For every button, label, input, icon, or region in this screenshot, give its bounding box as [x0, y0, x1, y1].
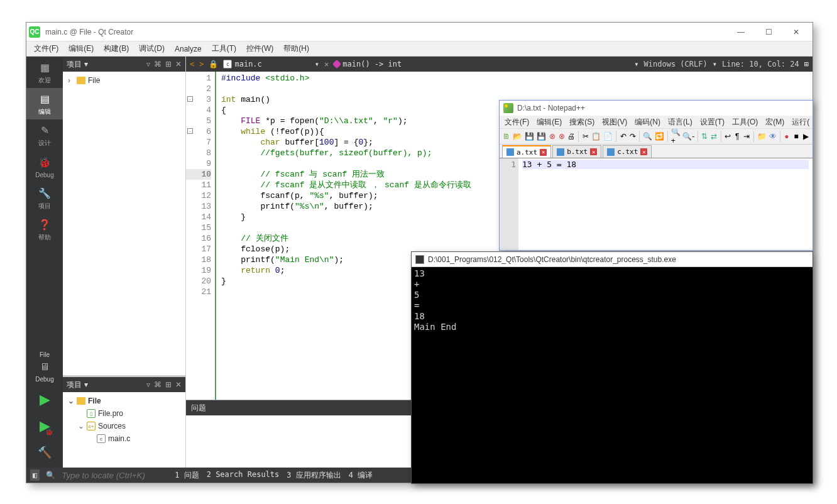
redo-icon[interactable]: ↷	[628, 130, 637, 143]
tab-close-icon[interactable]: ×	[590, 148, 597, 155]
status-tab[interactable]: 4 编译	[349, 470, 373, 481]
indent-icon[interactable]: ⇥	[743, 130, 751, 143]
sync-v-icon[interactable]: ⇅	[700, 130, 708, 143]
chevron-icon[interactable]: ⌄	[68, 397, 74, 405]
copy-icon[interactable]: 📋	[591, 130, 601, 143]
save-all-icon[interactable]: 💾	[536, 130, 547, 143]
record-macro-icon[interactable]: ●	[782, 130, 790, 143]
tab-close-icon[interactable]: ×	[640, 148, 647, 155]
chevron-icon[interactable]: ›	[68, 76, 74, 85]
activity-项目[interactable]: 🔧项目	[26, 182, 63, 214]
menu-item[interactable]: Analyze	[170, 43, 207, 55]
link-icon[interactable]: ⌘	[154, 380, 161, 389]
npp-menu-item[interactable]: 工具(O)	[728, 116, 762, 128]
maximize-button[interactable]: ☐	[755, 23, 782, 41]
npp-menu-item[interactable]: 编辑(E)	[533, 116, 566, 128]
fold-toggle[interactable]: -	[187, 96, 193, 102]
tab-close-icon[interactable]: ×	[540, 149, 547, 156]
function-selector[interactable]: main() -> int	[334, 60, 402, 68]
activity-编辑[interactable]: ▤编辑	[26, 88, 63, 119]
tree-item-File[interactable]: ›File	[65, 74, 183, 87]
tree-item-File.pro[interactable]: ▯File.pro	[65, 407, 183, 420]
lock-icon[interactable]: 🔒	[209, 60, 218, 68]
console-titlebar[interactable]: D:\001_Programs\012_Qt\Tools\QtCreator\b…	[412, 252, 812, 267]
dropdown-icon[interactable]: ▾	[84, 380, 88, 389]
menu-item[interactable]: 调试(D)	[134, 41, 170, 56]
npp-menu-item[interactable]: 编码(N)	[631, 116, 664, 128]
open-file-icon[interactable]: 📂	[512, 130, 523, 143]
status-tab[interactable]: 3 应用程序输出	[287, 470, 341, 481]
npp-menu-item[interactable]: 设置(T)	[696, 116, 728, 128]
tree-item-File[interactable]: ⌄File	[65, 395, 183, 407]
play-macro-icon[interactable]: ▶	[802, 130, 810, 143]
menu-item[interactable]: 编辑(E)	[63, 41, 99, 56]
sidebar-top-title[interactable]: 项目	[67, 59, 82, 70]
close-button[interactable]: ✕	[782, 23, 810, 41]
zoom-out-icon[interactable]: 🔍-	[682, 130, 695, 143]
toggle-sidebar-button[interactable]: ◧	[30, 469, 40, 481]
filter-icon[interactable]: ▿	[146, 60, 150, 68]
showall-icon[interactable]: ¶	[733, 130, 741, 143]
close-pane-icon[interactable]: ✕	[175, 60, 182, 68]
chevron-icon[interactable]: ⌄	[78, 422, 84, 430]
build-button[interactable]: 🔨	[26, 441, 63, 464]
menu-item[interactable]: 文件(F)	[29, 41, 63, 56]
npp-editor[interactable]: 1 13 + 5 = 18	[500, 158, 812, 250]
run-button[interactable]: ▶	[26, 388, 63, 411]
npp-menu-item[interactable]: 搜索(S)	[566, 116, 598, 128]
file-selector[interactable]: c main.c ▾	[223, 60, 319, 68]
run-config-selector[interactable]: File 🖥 Debug	[26, 349, 63, 385]
npp-menu-item[interactable]: 语言(L)	[664, 116, 696, 128]
menu-item[interactable]: 工具(T)	[207, 41, 241, 56]
npp-titlebar[interactable]: D:\a.txt - Notepad++	[500, 101, 812, 116]
npp-menu-item[interactable]: 宏(M)	[762, 116, 788, 128]
console-output[interactable]: 13 + 5 = 18 Main End	[412, 267, 812, 483]
nav-back-button[interactable]: <	[190, 60, 194, 68]
monitor-icon[interactable]: 👁	[769, 130, 777, 143]
close-pane-icon[interactable]: ✕	[175, 380, 182, 389]
print-icon[interactable]: 🖨	[567, 130, 576, 143]
split-icon[interactable]: ⊞	[165, 60, 172, 68]
minimize-button[interactable]: —	[727, 23, 755, 41]
folder-icon[interactable]: 📁	[757, 130, 767, 143]
status-tab[interactable]: 2 Search Results	[207, 470, 280, 481]
sidebar-top-tree[interactable]: ›File	[63, 72, 185, 375]
line-ending[interactable]: Windows (CRLF)	[644, 60, 708, 68]
cut-icon[interactable]: ✂	[581, 130, 589, 143]
npp-tab-b.txt[interactable]: b.txt×	[552, 145, 601, 158]
debug-run-button[interactable]: ▶🐞	[26, 415, 63, 437]
split-icon[interactable]: ⊞	[165, 380, 172, 389]
locator-input[interactable]	[62, 471, 168, 480]
close-file-button[interactable]: ✕	[324, 60, 329, 68]
split-editor-icon[interactable]: ⊞	[804, 60, 809, 68]
replace-icon[interactable]: 🔁	[654, 130, 665, 143]
npp-menu-item[interactable]: 文件(F)	[501, 116, 533, 128]
menu-item[interactable]: 帮助(H)	[278, 41, 314, 56]
wrap-icon[interactable]: ↩	[723, 130, 731, 143]
sidebar-bottom-tree[interactable]: ⌄File▯File.pro⌄c+Sourcescmain.c	[63, 392, 185, 468]
undo-icon[interactable]: ↶	[619, 130, 627, 143]
npp-tab-c.txt[interactable]: c.txt×	[603, 145, 652, 158]
link-icon[interactable]: ⌘	[154, 60, 161, 68]
menu-item[interactable]: 构建(B)	[99, 41, 134, 56]
sidebar-bottom-title[interactable]: 项目	[67, 380, 82, 390]
save-icon[interactable]: 💾	[524, 130, 535, 143]
activity-Debug[interactable]: 🐞Debug	[26, 151, 63, 182]
npp-menu-item[interactable]: 运行(	[788, 116, 812, 128]
stop-macro-icon[interactable]: ■	[792, 130, 801, 143]
filter-icon[interactable]: ▿	[146, 380, 150, 389]
activity-设计[interactable]: ✎设计	[26, 119, 63, 151]
npp-code[interactable]: 13 + 5 = 18	[518, 158, 812, 250]
dropdown-icon[interactable]: ▾	[713, 60, 717, 68]
dropdown-icon[interactable]: ▾	[84, 60, 88, 68]
paste-icon[interactable]: 📄	[603, 130, 613, 143]
activity-帮助[interactable]: ❓帮助	[26, 214, 63, 245]
activity-欢迎[interactable]: ▦欢迎	[26, 57, 63, 88]
fold-toggle[interactable]: -	[187, 128, 193, 134]
tree-item-Sources[interactable]: ⌄c+Sources	[65, 420, 183, 432]
npp-menu-item[interactable]: 视图(V)	[598, 116, 631, 128]
sync-h-icon[interactable]: ⇄	[710, 130, 718, 143]
zoom-in-icon[interactable]: 🔍+	[670, 130, 681, 143]
tree-item-main.c[interactable]: cmain.c	[65, 432, 183, 445]
menu-item[interactable]: 控件(W)	[241, 41, 278, 56]
